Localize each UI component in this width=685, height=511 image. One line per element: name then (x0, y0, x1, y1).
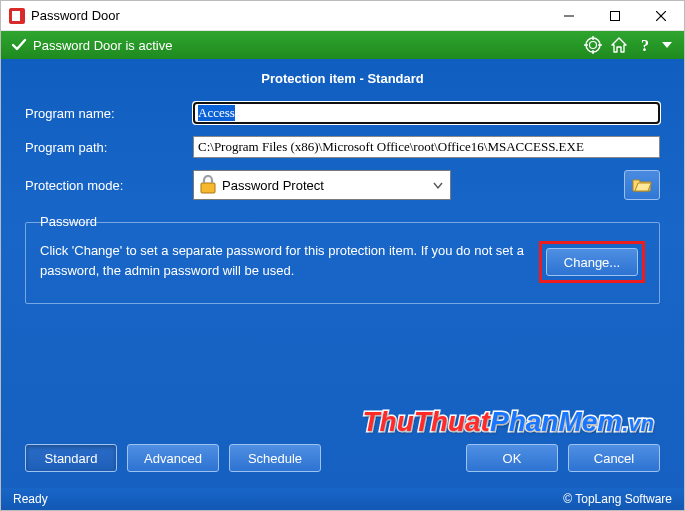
svg-rect-1 (611, 11, 620, 20)
close-button[interactable] (638, 1, 684, 30)
program-path-label: Program path: (25, 140, 193, 155)
window-title: Password Door (31, 8, 120, 23)
content-area: Protection item - Standard Program name:… (1, 59, 684, 488)
status-bar: Password Door is active ? (1, 31, 684, 59)
lock-icon (194, 171, 222, 199)
program-name-input[interactable] (193, 102, 660, 124)
password-info-text: Click 'Change' to set a separate passwor… (40, 241, 525, 280)
protection-mode-label: Protection mode: (25, 178, 193, 193)
dialog-button-row: Standard Advanced Schedule OK Cancel (1, 444, 684, 488)
ok-button[interactable]: OK (466, 444, 558, 472)
browse-button[interactable] (624, 170, 660, 200)
minimize-button[interactable] (546, 1, 592, 30)
target-icon[interactable] (582, 34, 604, 56)
titlebar: Password Door (1, 1, 684, 31)
program-name-label: Program name: (25, 106, 193, 121)
app-icon (9, 8, 25, 24)
standard-button[interactable]: Standard (25, 444, 117, 472)
menu-dropdown-icon[interactable] (660, 34, 674, 56)
svg-point-5 (590, 42, 597, 49)
svg-rect-11 (201, 183, 215, 193)
advanced-button[interactable]: Advanced (127, 444, 219, 472)
schedule-button[interactable]: Schedule (229, 444, 321, 472)
footer-bar: Ready © TopLang Software (1, 488, 684, 510)
app-window: Password Door Password Door is active ? (0, 0, 685, 511)
password-fieldset: Password Click 'Change' to set a separat… (25, 222, 660, 304)
home-icon[interactable] (608, 34, 630, 56)
help-icon[interactable]: ? (634, 34, 656, 56)
folder-icon (632, 177, 652, 193)
password-legend: Password (36, 214, 101, 229)
footer-status: Ready (13, 492, 48, 506)
watermark: ThuThuatPhanMem.vn (362, 406, 654, 438)
svg-text:?: ? (641, 37, 649, 54)
program-path-input[interactable] (193, 136, 660, 158)
check-icon (11, 37, 27, 53)
cancel-button[interactable]: Cancel (568, 444, 660, 472)
svg-point-4 (586, 38, 600, 52)
change-button[interactable]: Change... (546, 248, 638, 276)
protection-mode-value: Password Protect (222, 178, 426, 193)
maximize-button[interactable] (592, 1, 638, 30)
change-highlight: Change... (539, 241, 645, 283)
footer-copyright: © TopLang Software (563, 492, 672, 506)
protection-mode-combo[interactable]: Password Protect (193, 170, 451, 200)
chevron-down-icon (426, 178, 450, 193)
page-subtitle: Protection item - Standard (1, 59, 684, 96)
status-text: Password Door is active (33, 38, 172, 53)
